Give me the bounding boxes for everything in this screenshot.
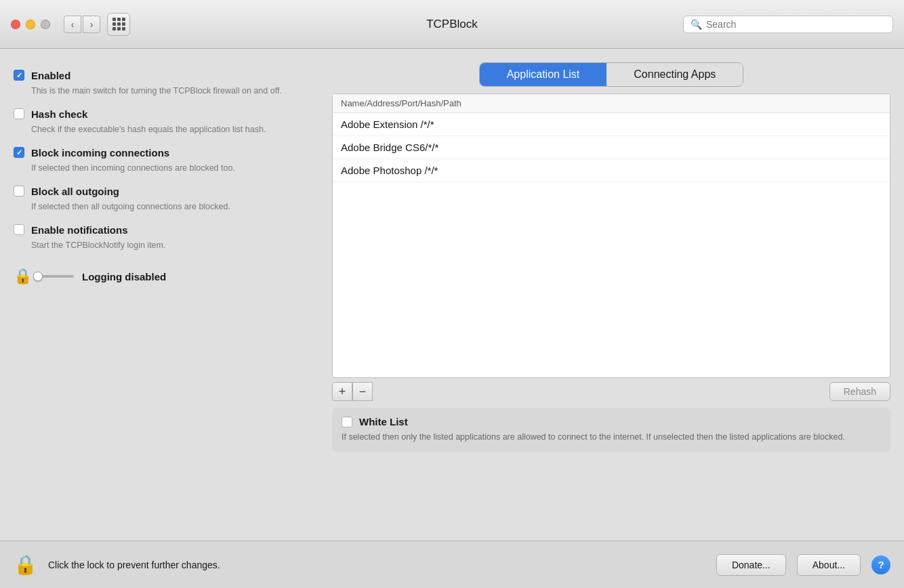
search-bar[interactable]: 🔍 xyxy=(683,16,893,33)
options-list: EnabledThis is the main switch for turni… xyxy=(14,69,312,262)
option-row-enable_notifications: Enable notifications xyxy=(14,224,312,237)
logging-label: Logging disabled xyxy=(82,271,166,282)
grid-icon xyxy=(112,18,125,30)
option-group-hash_check: Hash checkCheck if the executable's hash… xyxy=(14,108,312,135)
option-group-enabled: EnabledThis is the main switch for turni… xyxy=(14,69,312,97)
close-button[interactable] xyxy=(11,20,20,29)
option-row-block_incoming: Block incoming connections xyxy=(14,146,312,160)
option-desc-block_incoming: If selected then incoming connections ar… xyxy=(31,163,312,175)
left-panel: EnabledThis is the main switch for turni… xyxy=(14,62,312,527)
option-desc-block_outgoing: If selected then all outgoing connection… xyxy=(31,201,312,213)
nav-buttons: ‹ › xyxy=(64,16,100,33)
minimize-button[interactable] xyxy=(26,20,35,29)
titlebar: ‹ › TCPBlock 🔍 xyxy=(0,0,904,49)
option-desc-enable_notifications: Start the TCPBlockNotify login item. xyxy=(31,240,312,252)
about-button[interactable]: About... xyxy=(797,554,861,576)
logging-slider[interactable]: 🔒 xyxy=(14,268,74,285)
search-icon: 🔍 xyxy=(691,19,702,30)
option-label-hash_check: Hash check xyxy=(31,108,87,121)
checkbox-block_outgoing[interactable] xyxy=(14,186,24,196)
add-button[interactable]: + xyxy=(332,382,352,401)
option-label-block_incoming: Block incoming connections xyxy=(31,146,169,160)
checkbox-enabled[interactable] xyxy=(14,70,24,81)
tab-application-list[interactable]: Application List xyxy=(480,63,607,86)
forward-button[interactable]: › xyxy=(83,16,100,33)
app-list-container: Name/Address/Port/Hash/Path Adobe Extens… xyxy=(332,93,890,378)
logging-row: 🔒 Logging disabled xyxy=(14,268,312,285)
tab-group: Application List Connecting Apps xyxy=(479,62,744,87)
traffic-lights xyxy=(11,20,50,29)
right-panel: Application List Connecting Apps Name/Ad… xyxy=(332,62,890,527)
checkbox-enable_notifications[interactable] xyxy=(14,224,24,235)
tab-connecting-apps[interactable]: Connecting Apps xyxy=(607,63,743,86)
option-row-block_outgoing: Block all outgoing xyxy=(14,185,312,198)
option-label-block_outgoing: Block all outgoing xyxy=(31,185,119,198)
window-title: TCPBlock xyxy=(426,18,478,31)
help-button[interactable]: ? xyxy=(871,555,890,574)
list-item[interactable]: Adobe Extension /*/* xyxy=(333,113,890,136)
option-label-enable_notifications: Enable notifications xyxy=(31,224,128,237)
option-desc-enabled: This is the main switch for turning the … xyxy=(31,85,312,98)
lock-text: Click the lock to prevent further change… xyxy=(48,560,705,570)
list-item[interactable]: Adobe Bridge CS6/*/* xyxy=(333,136,890,159)
list-item[interactable]: Adobe Photoshop /*/* xyxy=(333,159,890,182)
app-list-items: Adobe Extension /*/*Adobe Bridge CS6/*/*… xyxy=(333,113,890,182)
rehash-button[interactable]: Rehash xyxy=(829,382,890,401)
bottom-bar: 🔒 Click the lock to prevent further chan… xyxy=(0,541,904,588)
option-label-enabled: Enabled xyxy=(31,69,70,83)
maximize-button[interactable] xyxy=(41,20,50,29)
lock-icon[interactable]: 🔒 xyxy=(14,553,37,576)
list-header: Name/Address/Port/Hash/Path xyxy=(333,94,890,113)
option-row-hash_check: Hash check xyxy=(14,108,312,121)
option-group-enable_notifications: Enable notificationsStart the TCPBlockNo… xyxy=(14,224,312,251)
whitelist-label: White List xyxy=(359,416,408,427)
list-toolbar: + − Rehash xyxy=(332,378,890,405)
main-content: EnabledThis is the main switch for turni… xyxy=(0,49,904,541)
checkbox-hash_check[interactable] xyxy=(14,108,24,119)
option-row-enabled: Enabled xyxy=(14,69,312,83)
whitelist-description: If selected then only the listed applica… xyxy=(342,432,881,444)
whitelist-checkbox[interactable] xyxy=(342,417,352,427)
donate-button[interactable]: Donate... xyxy=(716,554,786,576)
whitelist-section: White List If selected then only the lis… xyxy=(332,408,890,452)
tab-bar: Application List Connecting Apps xyxy=(332,62,890,87)
option-group-block_incoming: Block incoming connectionsIf selected th… xyxy=(14,146,312,174)
option-desc-hash_check: Check if the executable's hash equals th… xyxy=(31,124,312,136)
checkbox-block_incoming[interactable] xyxy=(14,147,24,158)
whitelist-row: White List xyxy=(342,416,881,427)
remove-button[interactable]: − xyxy=(352,382,373,401)
option-group-block_outgoing: Block all outgoingIf selected then all o… xyxy=(14,185,312,213)
back-button[interactable]: ‹ xyxy=(64,16,81,33)
search-input[interactable] xyxy=(706,19,886,30)
grid-view-button[interactable] xyxy=(107,13,130,36)
